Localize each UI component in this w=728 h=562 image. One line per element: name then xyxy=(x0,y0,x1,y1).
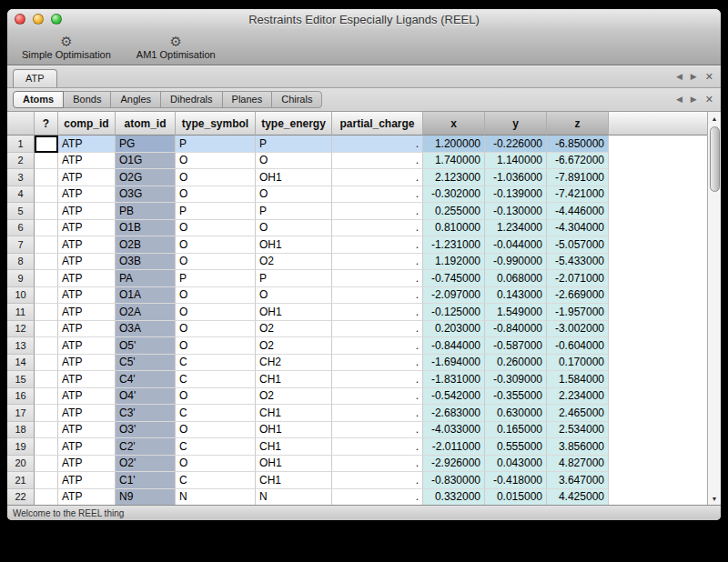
table-row[interactable]: 4ATPO3GOO.-0.302000-0.139000-7.421000 xyxy=(7,186,707,204)
cell-atom-id[interactable]: O2' xyxy=(116,456,176,473)
cell-comp-id[interactable]: ATP xyxy=(58,472,116,489)
cell-comp-id[interactable]: ATP xyxy=(58,422,116,439)
cell-comp-id[interactable]: ATP xyxy=(58,203,116,220)
toolbar-item-simple-optimisation[interactable]: ⚙Simple Optimisation xyxy=(22,34,111,61)
cell-z[interactable]: -7.421000 xyxy=(547,186,609,204)
cell-z[interactable]: 3.856000 xyxy=(547,438,609,456)
cell-type-energy[interactable]: O xyxy=(256,287,332,305)
scroll-tabs-right-icon[interactable]: ▶ xyxy=(691,95,697,104)
cell-type-energy[interactable]: CH1 xyxy=(256,371,332,388)
cell-partial-charge[interactable]: . xyxy=(332,422,423,439)
cell-type-symbol[interactable]: O xyxy=(176,337,256,355)
cell-partial-charge[interactable]: . xyxy=(332,388,423,406)
cell-z[interactable]: -1.957000 xyxy=(547,304,609,321)
cell-z[interactable]: -0.604000 xyxy=(547,337,609,355)
tab-dihedrals[interactable]: Dihedrals xyxy=(160,91,222,108)
cell-type-energy[interactable]: OH1 xyxy=(256,169,332,186)
cell-flag[interactable] xyxy=(35,321,58,338)
cell-atom-id[interactable]: N9 xyxy=(116,489,176,506)
cell-atom-id[interactable]: C4' xyxy=(116,371,176,388)
row-number[interactable]: 17 xyxy=(7,405,35,422)
cell-x[interactable]: -2.097000 xyxy=(423,287,485,305)
cell-type-symbol[interactable]: O xyxy=(176,388,256,406)
cell-partial-charge[interactable]: . xyxy=(332,270,423,287)
cell-atom-id[interactable]: O2G xyxy=(116,169,176,186)
cell-atom-id[interactable]: O3G xyxy=(116,186,176,204)
row-number[interactable]: 13 xyxy=(7,337,35,355)
cell-type-symbol[interactable]: O xyxy=(176,422,256,439)
row-number[interactable]: 5 xyxy=(7,203,35,220)
cell-type-symbol[interactable]: O xyxy=(176,304,256,321)
cell-flag[interactable] xyxy=(35,186,58,204)
cell-z[interactable]: 2.234000 xyxy=(547,388,609,406)
cell-type-symbol[interactable]: C xyxy=(176,438,256,456)
cell-atom-id[interactable]: O2B xyxy=(116,236,176,254)
toolbar-item-am1-optimisation[interactable]: ⚙AM1 Optimisation xyxy=(136,34,216,61)
table-row[interactable]: 20ATPO2'OOH1.-2.9260000.0430004.827000 xyxy=(7,456,707,473)
cell-partial-charge[interactable]: . xyxy=(332,203,423,220)
cell-x[interactable]: 2.123000 xyxy=(423,169,485,186)
cell-x[interactable]: 1.192000 xyxy=(423,254,485,271)
column-header-partial-charge[interactable]: partial_charge xyxy=(332,112,423,135)
cell-atom-id[interactable]: O1B xyxy=(116,220,176,237)
cell-z[interactable]: -3.002000 xyxy=(547,321,609,338)
cell-x[interactable]: -0.542000 xyxy=(423,388,485,406)
cell-flag[interactable] xyxy=(35,422,58,439)
cell-y[interactable]: 0.015000 xyxy=(485,489,547,506)
cell-x[interactable]: -0.844000 xyxy=(423,337,485,355)
cell-x[interactable]: -1.831000 xyxy=(423,371,485,388)
table-row[interactable]: 10ATPO1AOO.-2.0970000.143000-2.669000 xyxy=(7,287,707,305)
cell-x[interactable]: -2.683000 xyxy=(423,405,485,422)
cell-type-energy[interactable]: CH1 xyxy=(256,405,332,422)
cell-z[interactable]: -7.891000 xyxy=(547,169,609,186)
cell-y[interactable]: 1.140000 xyxy=(485,153,547,170)
cell-type-symbol[interactable]: O xyxy=(176,287,256,305)
row-number[interactable]: 10 xyxy=(7,287,35,305)
table-row[interactable]: 12ATPO3AOO2.0.203000-0.840000-3.002000 xyxy=(7,321,707,338)
table-row[interactable]: 2ATPO1GOO.1.7400001.140000-6.672000 xyxy=(7,153,707,170)
scroll-tabs-left-icon[interactable]: ◀ xyxy=(676,95,682,104)
cell-type-energy[interactable]: OH1 xyxy=(256,304,332,321)
cell-y[interactable]: -0.587000 xyxy=(485,337,547,355)
cell-partial-charge[interactable]: . xyxy=(332,153,423,170)
cell-atom-id[interactable]: PB xyxy=(116,203,176,220)
cell-x[interactable]: 0.203000 xyxy=(423,321,485,338)
cell-partial-charge[interactable]: . xyxy=(332,169,423,186)
cell-z[interactable]: 4.827000 xyxy=(547,456,609,473)
row-number[interactable]: 21 xyxy=(7,472,35,489)
cell-z[interactable]: -6.850000 xyxy=(547,135,609,153)
cell-type-energy[interactable]: O2 xyxy=(256,337,332,355)
cell-comp-id[interactable]: ATP xyxy=(58,304,116,321)
cell-type-energy[interactable]: O2 xyxy=(256,388,332,406)
cell-comp-id[interactable]: ATP xyxy=(58,287,116,305)
cell-y[interactable]: -0.139000 xyxy=(485,186,547,204)
cell-z[interactable]: -4.304000 xyxy=(547,220,609,237)
row-number[interactable]: 20 xyxy=(7,456,35,473)
cell-type-energy[interactable]: O xyxy=(256,220,332,237)
row-number[interactable]: 14 xyxy=(7,355,35,372)
cell-atom-id[interactable]: O4' xyxy=(116,388,176,406)
cell-z[interactable]: 2.534000 xyxy=(547,422,609,439)
cell-comp-id[interactable]: ATP xyxy=(58,371,116,388)
cell-atom-id[interactable]: PG xyxy=(116,135,176,153)
cell-type-energy[interactable]: P xyxy=(256,135,332,153)
column-header-comp-id[interactable]: comp_id xyxy=(58,112,116,135)
cell-y[interactable]: -0.309000 xyxy=(485,371,547,388)
cell-atom-id[interactable]: O1G xyxy=(116,153,176,170)
cell-x[interactable]: -4.033000 xyxy=(423,422,485,439)
cell-type-symbol[interactable]: O xyxy=(176,169,256,186)
cell-partial-charge[interactable]: . xyxy=(332,186,423,204)
cell-comp-id[interactable]: ATP xyxy=(58,186,116,204)
cell-z[interactable]: -2.669000 xyxy=(547,287,609,305)
cell-type-symbol[interactable]: O xyxy=(176,186,256,204)
cell-flag[interactable] xyxy=(35,135,58,153)
scrollbar-thumb[interactable] xyxy=(710,126,720,192)
cell-y[interactable]: -0.840000 xyxy=(485,321,547,338)
cell-type-symbol[interactable]: O xyxy=(176,153,256,170)
cell-atom-id[interactable]: C3' xyxy=(116,405,176,422)
cell-comp-id[interactable]: ATP xyxy=(58,321,116,338)
table-row[interactable]: 7ATPO2BOOH1.-1.231000-0.044000-5.057000 xyxy=(7,236,707,254)
table-row[interactable]: 9ATPPAPP.-0.7450000.068000-2.071000 xyxy=(7,270,707,287)
cell-type-symbol[interactable]: N xyxy=(176,489,256,506)
tab-chirals[interactable]: Chirals xyxy=(271,91,322,108)
